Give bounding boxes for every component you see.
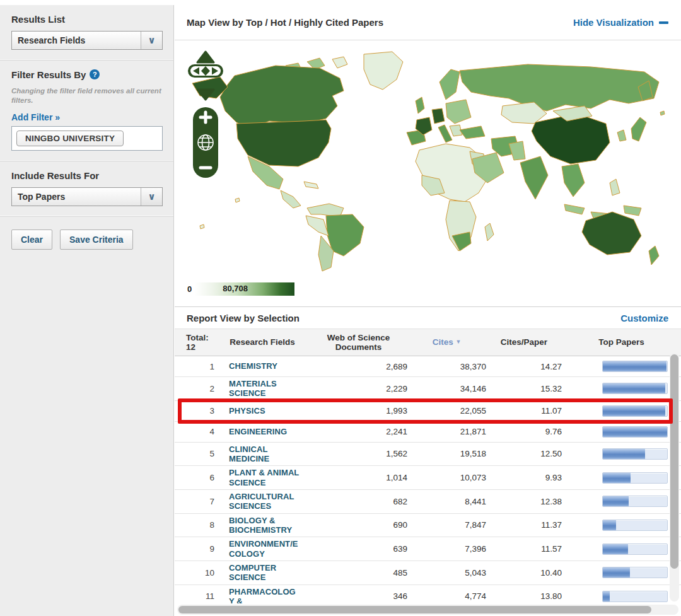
filter-note: Changing the filter field removes all cu… — [11, 86, 162, 105]
filter-chip-ningbo-university[interactable]: NINGBO UNIVERSITY — [16, 131, 124, 146]
field-link[interactable]: BIOLOGY &BIOCHEMISTRY — [215, 516, 310, 535]
top-papers-bar-track — [602, 567, 668, 578]
cell-docs: 690 — [310, 520, 407, 530]
scale-min-label: 0 — [187, 284, 192, 294]
cell-cites-per-paper: 14.27 — [486, 362, 562, 371]
top-papers-bar-fill — [603, 406, 665, 416]
hide-visualization-link[interactable]: Hide Visualization — [573, 17, 668, 28]
top-papers-bar-fill — [603, 496, 629, 506]
top-papers-bar-track — [602, 426, 668, 438]
sort-descending-icon: ▼ — [455, 339, 461, 345]
cell-cites-per-paper: 9.76 — [486, 427, 562, 436]
cell-cites: 10,073 — [407, 473, 486, 482]
cell-cites: 21,871 — [407, 427, 486, 436]
map-view-header: Map View by Top / Hot / Highly Cited Pap… — [175, 5, 681, 40]
top-papers-bar — [562, 520, 681, 531]
top-papers-bar-fill — [603, 361, 666, 371]
cell-cites: 38,370 — [407, 362, 486, 371]
top-papers-bar-fill — [603, 591, 610, 601]
field-link[interactable]: ENVIRONMENT/ECOLOGY — [215, 539, 310, 559]
field-link[interactable]: ENGINEERING — [215, 427, 310, 436]
results-list-dropdown[interactable]: Research Fields ∨ — [11, 31, 163, 50]
cell-cites-per-paper: 11.37 — [486, 520, 562, 530]
cell-cites: 7,396 — [407, 544, 486, 554]
field-link[interactable]: COMPUTERSCIENCE — [215, 563, 310, 583]
pan-up-icon[interactable] — [197, 52, 214, 62]
column-header-wos-documents[interactable]: Web of Science Documents — [310, 333, 407, 352]
table-row: 4 ENGINEERING 2,241 21,871 9.76 — [175, 422, 681, 443]
row-rank: 9 — [175, 544, 215, 554]
world-map-choropleth[interactable] — [175, 43, 676, 277]
cell-cites: 7,847 — [407, 520, 486, 530]
top-papers-bar-track — [602, 472, 668, 484]
horizontal-scrollbar-thumb[interactable] — [178, 606, 651, 613]
field-link[interactable]: PLANT & ANIMALSCIENCE — [215, 468, 310, 487]
table-header-row: Total: 12 Research Fields Web of Science… — [175, 328, 681, 356]
total-count: Total: 12 — [175, 333, 215, 352]
map-controls — [185, 49, 226, 182]
pan-down-icon[interactable] — [197, 90, 214, 100]
top-papers-bar-fill — [603, 427, 667, 437]
include-results-dropdown[interactable]: Top Papers ∨ — [11, 187, 163, 206]
top-papers-bar-track — [602, 520, 668, 531]
row-rank: 10 — [175, 568, 215, 578]
top-papers-bar-track — [602, 496, 668, 507]
filter-results-section: Filter Results By? Changing the filter f… — [0, 61, 173, 161]
column-header-top-papers[interactable]: Top Papers — [562, 337, 681, 347]
include-results-heading: Include Results For — [11, 170, 162, 181]
field-link[interactable]: AGRICULTURALSCIENCES — [215, 492, 310, 511]
field-link[interactable]: CHEMISTRY — [215, 361, 310, 371]
vertical-scrollbar-thumb[interactable] — [670, 354, 678, 569]
map-view-title: Map View by Top / Hot / Highly Cited Pap… — [187, 17, 383, 28]
vertical-scrollbar[interactable] — [670, 353, 679, 601]
table-row: 5 CLINICALMEDICINE 1,562 19,518 12.50 — [175, 443, 681, 467]
row-rank: 11 — [175, 591, 215, 601]
top-papers-bar — [562, 496, 681, 507]
chevron-down-icon[interactable]: ∨ — [141, 32, 162, 49]
table-row: 7 AGRICULTURALSCIENCES 682 8,441 12.38 — [175, 490, 681, 514]
cell-cites: 34,146 — [407, 384, 486, 393]
cell-docs: 2,689 — [310, 362, 407, 371]
column-header-cites-per-paper[interactable]: Cites/Paper — [486, 337, 562, 347]
cell-cites-per-paper: 12.50 — [486, 449, 562, 458]
scale-max-label: 80,708 — [223, 284, 248, 293]
field-link[interactable]: CLINICALMEDICINE — [215, 445, 310, 464]
top-papers-bar — [562, 383, 681, 394]
table-row: 6 PLANT & ANIMALSCIENCE 1,014 10,073 9.9… — [175, 466, 681, 490]
field-link[interactable]: PHYSICS — [215, 406, 310, 416]
results-list-dropdown-value: Research Fields — [12, 32, 141, 49]
add-filter-link[interactable]: Add Filter » — [11, 112, 60, 122]
save-criteria-button[interactable]: Save Criteria — [60, 230, 133, 250]
field-link[interactable]: PHARMACOLOGY & — [215, 587, 310, 603]
include-results-section: Include Results For Top Papers ∨ — [0, 161, 173, 217]
cell-docs: 1,562 — [310, 449, 407, 458]
cell-docs: 485 — [310, 568, 407, 578]
row-rank: 2 — [175, 384, 215, 393]
column-header-cites-sorted[interactable]: Cites ▼ — [407, 337, 486, 347]
help-icon[interactable]: ? — [90, 69, 100, 79]
cell-cites: 19,518 — [407, 449, 486, 458]
top-papers-bar — [562, 543, 681, 555]
top-papers-bar-fill — [603, 567, 630, 578]
map-visualization-area: 0 80,708 — [175, 40, 681, 306]
cell-docs: 1,014 — [310, 473, 407, 482]
row-rank: 4 — [175, 427, 215, 436]
field-link[interactable]: MATERIALSSCIENCE — [215, 379, 310, 398]
clear-button[interactable]: Clear — [11, 230, 52, 250]
active-filter-box: NINGBO UNIVERSITY — [11, 126, 163, 151]
cell-cites: 4,774 — [407, 591, 486, 601]
cell-docs: 2,241 — [310, 427, 407, 436]
horizontal-scrollbar[interactable] — [177, 605, 678, 615]
table-row: 8 BIOLOGY &BIOCHEMISTRY 690 7,847 11.37 — [175, 514, 681, 538]
cell-docs: 1,993 — [310, 406, 407, 416]
chevron-down-icon[interactable]: ∨ — [141, 188, 162, 206]
top-papers-bar-track — [602, 361, 668, 372]
top-papers-bar-fill — [603, 449, 645, 459]
top-papers-bar-fill — [603, 473, 631, 483]
cell-cites: 8,441 — [407, 497, 486, 506]
main-panel: Map View by Top / Hot / Highly Cited Pap… — [175, 0, 681, 616]
cell-docs: 346 — [310, 591, 407, 601]
cell-cites-per-paper: 13.80 — [486, 591, 562, 601]
customize-link[interactable]: Customize — [620, 313, 668, 323]
column-header-research-fields[interactable]: Research Fields — [215, 337, 310, 347]
